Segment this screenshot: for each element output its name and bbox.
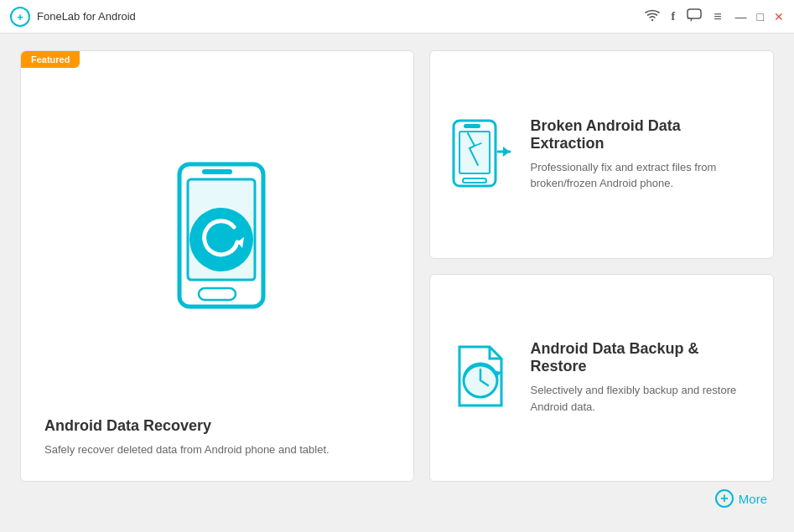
featured-badge: Featured — [21, 51, 80, 68]
recovery-card-content: Android Data Recovery Safely recover del… — [44, 409, 330, 458]
chat-icon[interactable] — [687, 8, 702, 24]
backup-restore-card[interactable]: Android Data Backup & Restore Selectivel… — [429, 274, 775, 483]
window-controls: — □ ✕ — [735, 10, 784, 23]
facebook-icon[interactable]: f — [672, 10, 676, 23]
android-recovery-card[interactable]: Featured — [20, 50, 414, 482]
broken-extraction-desc: Professionally fix and extract files fro… — [531, 159, 755, 192]
minimize-button[interactable]: — — [735, 10, 747, 23]
broken-extraction-text: Broken Android Data Extraction Professio… — [531, 117, 755, 192]
recovery-illustration — [44, 71, 390, 409]
main-content: Featured — [0, 34, 794, 532]
backup-restore-text: Android Data Backup & Restore Selectivel… — [531, 340, 755, 415]
hamburger-icon[interactable]: ≡ — [714, 9, 721, 24]
broken-extraction-card[interactable]: Broken Android Data Extraction Professio… — [429, 50, 775, 259]
svg-rect-6 — [202, 169, 232, 174]
footer-bar: + More — [20, 482, 774, 515]
backup-restore-title: Android Data Backup & Restore — [531, 340, 755, 375]
backup-restore-icon — [449, 340, 516, 416]
titlebar-action-icons: f ≡ — [645, 8, 722, 24]
more-label: More — [739, 492, 767, 506]
svg-point-2 — [651, 19, 652, 21]
svg-text:+: + — [17, 11, 23, 23]
more-button[interactable]: + More — [715, 489, 767, 508]
svg-rect-12 — [464, 124, 480, 128]
app-title: FoneLab for Android — [37, 10, 645, 23]
broken-extraction-icon — [449, 116, 516, 192]
cards-container: Featured — [20, 50, 774, 482]
svg-rect-11 — [459, 132, 490, 173]
app-logo: + — [10, 7, 30, 27]
recovery-card-desc: Safely recover deleted data from Android… — [44, 442, 330, 458]
backup-restore-desc: Selectively and flexibly backup and rest… — [531, 382, 755, 415]
titlebar: + FoneLab for Android f ≡ — □ ✕ — [0, 0, 794, 34]
maximize-button[interactable]: □ — [757, 10, 764, 23]
svg-point-8 — [189, 208, 253, 271]
svg-rect-3 — [688, 9, 701, 18]
broken-extraction-title: Broken Android Data Extraction — [531, 117, 755, 152]
recovery-card-title: Android Data Recovery — [44, 417, 330, 435]
wifi-icon[interactable] — [645, 9, 660, 23]
right-column: Broken Android Data Extraction Professio… — [429, 50, 775, 482]
close-button[interactable]: ✕ — [774, 10, 784, 23]
more-circle-icon: + — [715, 489, 734, 508]
svg-marker-14 — [503, 147, 510, 157]
